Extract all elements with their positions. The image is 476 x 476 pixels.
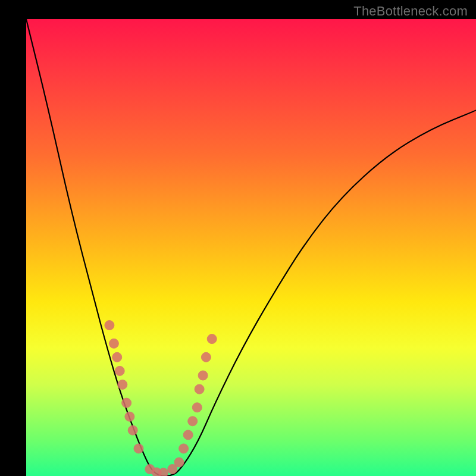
- data-point: [112, 352, 122, 362]
- bottleneck-curve: [26, 19, 476, 476]
- data-point: [198, 371, 208, 380]
- data-point: [192, 403, 202, 412]
- plot-svg: [26, 19, 476, 476]
- data-point: [109, 339, 118, 348]
- data-point: [174, 458, 184, 467]
- data-point: [115, 366, 124, 375]
- watermark-text: TheBottleneck.com: [353, 4, 468, 19]
- data-point: [195, 384, 204, 394]
- data-point: [207, 334, 217, 344]
- plot-area: [26, 19, 476, 476]
- data-point: [125, 412, 134, 421]
- chart-frame: TheBottleneck.com: [0, 0, 476, 476]
- data-point: [159, 468, 168, 476]
- data-points: [105, 321, 217, 476]
- data-point: [201, 352, 211, 362]
- data-point: [105, 321, 114, 330]
- data-point: [122, 398, 131, 408]
- data-point: [183, 430, 193, 440]
- data-point: [134, 444, 143, 453]
- data-point: [179, 444, 189, 453]
- data-point: [118, 380, 127, 389]
- data-point: [188, 416, 198, 426]
- data-point: [128, 425, 137, 435]
